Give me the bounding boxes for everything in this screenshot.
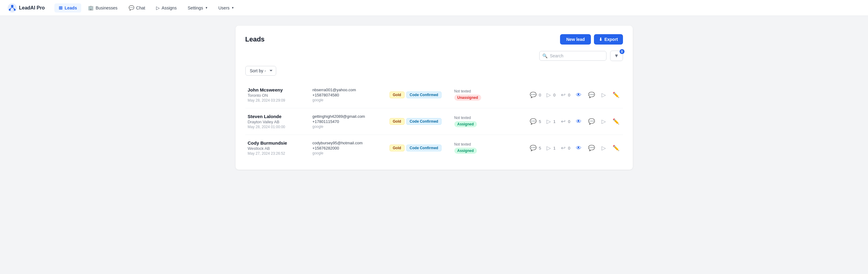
nav-settings[interactable]: Settings ▾	[183, 4, 212, 12]
lead-contact: codybursey95@hotmail.com +15876282000 go…	[313, 141, 386, 155]
view-button[interactable]: 👁	[575, 144, 583, 152]
main-content: Leads New lead ⬇ Export 🔍 ▼ 0 S	[0, 16, 868, 179]
send-button[interactable]: ▷	[600, 117, 607, 126]
lead-status: Not texted Unassigned	[454, 89, 491, 101]
nav-settings-label: Settings	[188, 5, 203, 10]
search-input[interactable]	[539, 51, 607, 61]
nav-businesses[interactable]: 🏢 Businesses	[84, 3, 122, 12]
undo-count-group: ↩ 0	[560, 117, 570, 126]
assign-icon-btn[interactable]: ▷	[546, 91, 552, 99]
header-actions: New lead ⬇ Export	[560, 34, 623, 44]
lead-location: Toronto ON	[248, 93, 309, 98]
lead-badges: Gold Code Confirmed	[390, 92, 451, 98]
badge-code-confirmed: Code Confirmed	[406, 92, 441, 98]
lead-name: Cody Burmundsie	[248, 140, 309, 145]
message-button[interactable]: 💬	[587, 117, 596, 126]
lead-email: codybursey95@hotmail.com	[313, 141, 386, 145]
badge-gold: Gold	[390, 145, 405, 151]
lead-phone: +15876282000	[313, 146, 386, 150]
chat-icon-btn[interactable]: 💬	[529, 144, 538, 152]
table-row: John Mcsweeny Toronto ON May 28, 2024 03…	[245, 82, 623, 108]
badge-code-confirmed: Code Confirmed	[406, 118, 441, 125]
undo-icon-btn[interactable]: ↩	[560, 91, 567, 99]
message-button[interactable]: 💬	[587, 144, 596, 152]
search-box: 🔍	[539, 51, 607, 61]
undo-count-group: ↩ 0	[560, 144, 570, 152]
assign-count-group: ▷ 0	[546, 91, 555, 99]
chat-count: 0	[539, 93, 541, 97]
filter-icon: ▼	[614, 53, 619, 58]
chat-icon-btn[interactable]: 💬	[529, 91, 538, 99]
nav-chat-label: Chat	[136, 5, 146, 10]
badge-code-confirmed: Code Confirmed	[406, 145, 441, 151]
undo-icon-btn[interactable]: ↩	[560, 144, 567, 152]
chat-icon-btn[interactable]: 💬	[529, 117, 538, 126]
chat-count-group: 💬 5	[529, 117, 541, 126]
lead-phone: +17801115470	[313, 119, 386, 124]
logo-icon	[7, 3, 17, 13]
lead-contact: gettinghigh42089@gmail.com +17801115470 …	[313, 114, 386, 129]
nav-chat[interactable]: 💬 Chat	[124, 3, 150, 12]
lead-badges: Gold Code Confirmed	[390, 118, 451, 125]
status-badge: Unassigned	[454, 95, 481, 101]
svg-point-3	[14, 9, 16, 11]
nav-users-label: Users	[218, 5, 230, 10]
lead-contact: nbserra001@yahoo.com +15878074580 google	[313, 88, 386, 102]
assign-count: 0	[553, 93, 555, 97]
edit-button[interactable]: ✏️	[611, 144, 621, 152]
export-button[interactable]: ⬇ Export	[594, 34, 623, 44]
status-not-texted: Not texted	[454, 89, 491, 93]
sort-select[interactable]: Sort by -	[245, 66, 276, 76]
settings-chevron-icon: ▾	[206, 6, 208, 10]
filter-badge: 0	[620, 49, 624, 54]
badge-gold: Gold	[390, 92, 405, 98]
lead-email: gettinghigh42089@gmail.com	[313, 114, 386, 119]
new-lead-button[interactable]: New lead	[560, 34, 591, 44]
nav-leads[interactable]: ⊞ Leads	[54, 3, 81, 12]
undo-count: 0	[568, 119, 570, 124]
edit-button[interactable]: ✏️	[611, 117, 621, 126]
status-not-texted: Not texted	[454, 116, 491, 120]
chat-icon: 💬	[129, 5, 134, 11]
message-button[interactable]: 💬	[587, 91, 596, 99]
view-button[interactable]: 👁	[575, 118, 583, 126]
download-icon: ⬇	[599, 37, 602, 42]
assign-icon-btn[interactable]: ▷	[546, 144, 552, 152]
lead-email: nbserra001@yahoo.com	[313, 88, 386, 92]
assign-count: 1	[553, 146, 555, 150]
view-button[interactable]: 👁	[575, 91, 583, 99]
lead-name: John Mcsweeny	[248, 87, 309, 93]
lead-info: Cody Burmundsie Westlock AB May 27, 2024…	[248, 140, 309, 156]
undo-count: 0	[568, 146, 570, 150]
users-chevron-icon: ▾	[232, 6, 234, 10]
logo-text: LeadAI Pro	[19, 5, 44, 11]
undo-icon-btn[interactable]: ↩	[560, 117, 567, 126]
status-not-texted: Not texted	[454, 142, 491, 146]
lead-location: Westlock AB	[248, 146, 309, 151]
nav-assigns[interactable]: ▷ Assigns	[152, 3, 181, 12]
grid-icon: ⊞	[59, 5, 63, 11]
lead-name: Steven Lalonde	[248, 114, 309, 119]
assign-count-group: ▷ 1	[546, 117, 555, 126]
nav-users[interactable]: Users ▾	[214, 4, 238, 12]
leads-panel: Leads New lead ⬇ Export 🔍 ▼ 0 S	[236, 26, 633, 170]
table-row: Steven Lalonde Drayton Valley AB May 28,…	[245, 108, 623, 135]
lead-source: google	[313, 98, 386, 102]
assign-icon-btn[interactable]: ▷	[546, 117, 552, 126]
send-button[interactable]: ▷	[600, 144, 607, 152]
badge-gold: Gold	[390, 118, 405, 125]
panel-header: Leads New lead ⬇ Export	[245, 34, 623, 44]
assign-icon: ▷	[156, 5, 160, 11]
filter-button[interactable]: ▼ 0	[610, 50, 623, 61]
lead-actions: 💬 5 ▷ 1 ↩ 0 👁 💬 ▷ ✏️	[495, 144, 621, 152]
edit-button[interactable]: ✏️	[611, 91, 621, 99]
logo[interactable]: LeadAI Pro	[7, 3, 44, 13]
chat-count: 5	[539, 119, 541, 124]
table-row: Cody Burmundsie Westlock AB May 27, 2024…	[245, 135, 623, 161]
send-button[interactable]: ▷	[600, 91, 607, 99]
assign-count-group: ▷ 1	[546, 144, 555, 152]
lead-date: May 28, 2024 03:29:09	[248, 98, 309, 103]
chat-count-group: 💬 0	[529, 91, 541, 99]
status-badge: Assigned	[454, 148, 477, 154]
sort-row: Sort by -	[245, 66, 623, 76]
